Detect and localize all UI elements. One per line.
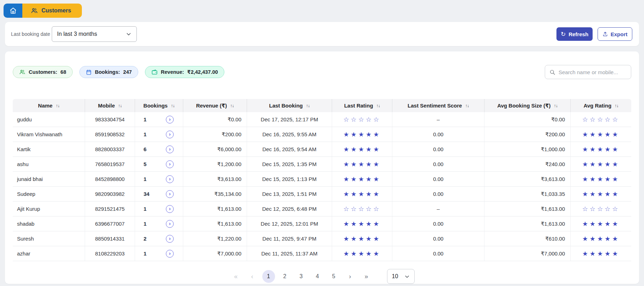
avg-rating-stars: ★★★★★	[571, 187, 631, 201]
column-header-last-booking[interactable]: Last Booking↑↓	[247, 99, 332, 112]
column-label: Mobile	[98, 103, 115, 109]
last-rating-stars: ★★★★★	[332, 127, 392, 142]
tab-customers[interactable]: Customers	[22, 4, 82, 18]
table-row: Vikram Vishwanath85919085321›₹200.00Dec …	[13, 127, 631, 142]
pagination-prev-button[interactable]: ‹	[246, 270, 259, 283]
star-filled-icon: ★	[366, 220, 373, 228]
star-filled-icon: ★	[373, 175, 381, 183]
customers-table: Name↑↓Mobile↑↓Bookings↑↓Revenue (₹)↑↓Las…	[13, 99, 631, 261]
column-header-bookings[interactable]: Bookings↑↓	[135, 99, 183, 112]
open-bookings-icon[interactable]: ›	[166, 175, 174, 183]
table-row: azhar81082292031›₹7,000.00Dec 11, 2025, …	[13, 246, 631, 261]
revenue-badge-value: ₹2,42,437.00	[187, 69, 218, 75]
page-size-value: 10	[392, 273, 398, 280]
cell-bookings: 1›	[135, 246, 183, 261]
search-input[interactable]	[559, 69, 629, 75]
column-label: Bookings	[144, 103, 168, 109]
star-filled-icon: ★	[366, 190, 373, 198]
pagination-page-4[interactable]: 4	[311, 270, 324, 283]
column-header-avg-rating[interactable]: Avg Rating↑↓	[571, 99, 631, 112]
last-booking-date-select[interactable]: In last 3 months	[52, 26, 137, 42]
cell-name: Vikram Vishwanath	[13, 127, 85, 142]
open-bookings-icon[interactable]: ›	[166, 145, 174, 153]
cell-mobile: 8828003337	[85, 142, 135, 156]
star-filled-icon: ★	[366, 235, 373, 243]
table-row: Suresh88509143312›₹1,220.00Dec 11, 2025,…	[13, 231, 631, 246]
select-value: In last 3 months	[57, 31, 126, 37]
cell-last-sentiment: 0.00	[392, 246, 485, 261]
refresh-button[interactable]: ↻ Refresh	[556, 27, 593, 41]
star-filled-icon: ★	[597, 235, 605, 243]
open-bookings-icon[interactable]: ›	[166, 160, 174, 168]
page-size-select[interactable]: 10	[387, 269, 415, 284]
cell-avg-booking-size: ₹0.00	[485, 112, 571, 127]
star-filled-icon: ★	[343, 160, 351, 168]
table-header: Name↑↓Mobile↑↓Bookings↑↓Revenue (₹)↑↓Las…	[13, 99, 631, 112]
open-bookings-icon[interactable]: ›	[166, 220, 174, 228]
sort-icon: ↑↓	[554, 103, 558, 108]
open-bookings-icon[interactable]: ›	[166, 116, 174, 123]
column-header-name[interactable]: Name↑↓	[13, 99, 85, 112]
column-header-last-sentiment-score[interactable]: Last Sentiment Score↑↓	[392, 99, 485, 112]
star-empty-icon: ☆	[590, 116, 597, 123]
star-filled-icon: ★	[351, 175, 358, 183]
column-label: Avg Booking Size (₹)	[497, 103, 551, 109]
cell-bookings: 34›	[135, 187, 183, 201]
cell-avg-booking-size: ₹7,000.00	[485, 246, 571, 261]
column-header-mobile[interactable]: Mobile↑↓	[85, 99, 135, 112]
pagination-page-2[interactable]: 2	[279, 270, 291, 283]
cell-last-sentiment: –	[392, 112, 485, 127]
cell-revenue: ₹1,200.00	[183, 157, 247, 171]
column-header-avg-booking-size[interactable]: Avg Booking Size (₹)↑↓	[485, 99, 571, 112]
column-header-last-rating[interactable]: Last Rating↑↓	[332, 99, 392, 112]
star-empty-icon: ☆	[597, 205, 605, 213]
table-row: Kartik88280033376›₹6,000.00Dec 16, 2025,…	[13, 142, 631, 157]
cell-last-sentiment: 0.00	[392, 157, 485, 171]
star-filled-icon: ★	[590, 235, 597, 243]
cell-last-sentiment: 0.00	[392, 231, 485, 246]
star-filled-icon: ★	[582, 175, 590, 183]
star-empty-icon: ☆	[366, 205, 373, 213]
sort-icon: ↑↓	[615, 103, 618, 108]
star-filled-icon: ★	[582, 145, 590, 153]
pagination-pages: 12345	[262, 270, 340, 283]
cell-name: shadab	[13, 216, 85, 231]
star-filled-icon: ★	[605, 250, 612, 258]
star-filled-icon: ★	[612, 250, 620, 258]
column-header-revenue[interactable]: Revenue (₹)↑↓	[183, 99, 247, 112]
pagination-page-1[interactable]: 1	[262, 270, 275, 283]
star-empty-icon: ☆	[351, 205, 358, 213]
pagination-last-button[interactable]: »	[360, 270, 373, 283]
cell-name: guddu	[13, 112, 85, 127]
cell-bookings: 1›	[135, 127, 183, 142]
pagination-page-3[interactable]: 3	[295, 270, 308, 283]
cell-name: ashu	[13, 157, 85, 171]
cell-last-booking: Dec 15, 2025, 1:13 PM	[247, 172, 332, 186]
last-rating-stars: ★★★★★	[332, 231, 392, 246]
open-bookings-icon[interactable]: ›	[166, 235, 174, 243]
open-bookings-icon[interactable]: ›	[166, 250, 174, 258]
last-rating-stars: ★★★★★	[332, 142, 392, 156]
star-filled-icon: ★	[343, 145, 351, 153]
star-empty-icon: ☆	[358, 116, 366, 123]
open-bookings-icon[interactable]: ›	[166, 131, 174, 138]
pagination-page-5[interactable]: 5	[327, 270, 340, 283]
open-bookings-icon[interactable]: ›	[166, 190, 174, 198]
star-filled-icon: ★	[605, 175, 612, 183]
star-filled-icon: ★	[343, 131, 351, 138]
open-bookings-icon[interactable]: ›	[166, 205, 174, 213]
tab-home[interactable]	[4, 4, 22, 18]
cell-revenue: ₹7,000.00	[183, 246, 247, 261]
cell-revenue: ₹6,000.00	[183, 142, 247, 156]
calendar-icon	[86, 69, 92, 75]
people-icon	[19, 69, 26, 75]
star-filled-icon: ★	[366, 250, 373, 258]
cell-avg-booking-size: ₹3,613.00	[485, 172, 571, 186]
avg-rating-stars: ★★★★★	[571, 157, 631, 171]
cell-avg-booking-size: ₹1,000.00	[485, 142, 571, 156]
export-button[interactable]: Export	[598, 27, 632, 41]
cell-last-booking: Dec 16, 2025, 9:55 AM	[247, 127, 332, 142]
pagination-next-button[interactable]: ›	[344, 270, 357, 283]
cell-revenue: ₹1,613.00	[183, 216, 247, 231]
pagination-first-button[interactable]: «	[230, 270, 242, 283]
